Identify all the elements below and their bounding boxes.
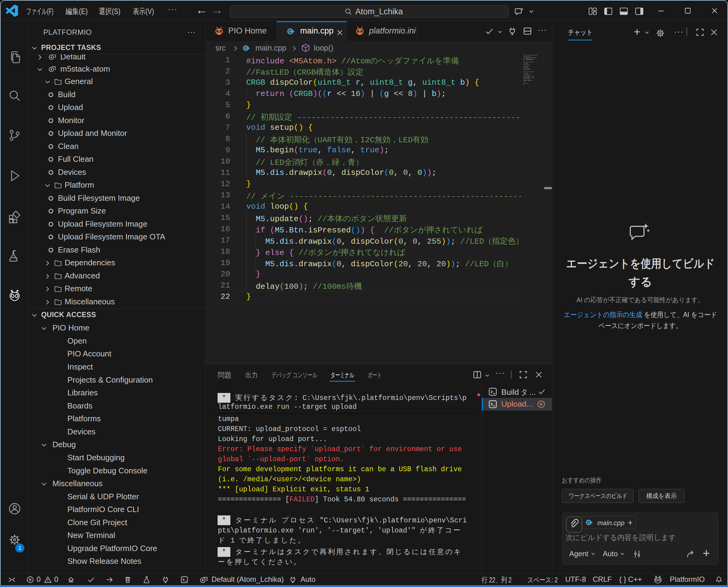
svg-text:C: C [244, 45, 247, 51]
svg-text:C: C [289, 29, 292, 34]
svg-text:C: C [587, 520, 590, 525]
